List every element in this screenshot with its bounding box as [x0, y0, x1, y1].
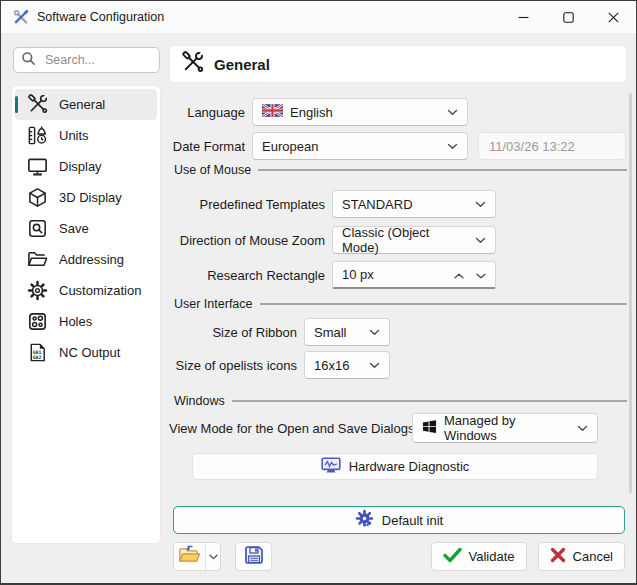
- date-format-value: European: [262, 139, 318, 154]
- spin-up-icon[interactable]: [454, 267, 464, 282]
- research-rectangle-value: 10 px: [342, 267, 374, 282]
- search-box: [13, 47, 160, 73]
- scrollbar[interactable]: [629, 93, 632, 493]
- tools-icon: [24, 93, 51, 116]
- section-title: Windows: [174, 394, 225, 408]
- user-interface-section: User Interface: [174, 297, 627, 311]
- mouse-zoom-direction-label: Direction of Mouse Zoom: [169, 233, 325, 248]
- save-magnifier-icon: [24, 217, 51, 240]
- sidebar-item-save[interactable]: Save: [15, 213, 157, 244]
- section-divider: [258, 169, 627, 171]
- sidebar-item-customization[interactable]: Customization: [15, 275, 157, 306]
- x-icon: [550, 547, 566, 566]
- validate-label: Validate: [469, 549, 515, 564]
- open-folder-icon: [24, 248, 51, 271]
- date-preview-field: 11/03/26 13:22: [478, 132, 626, 160]
- chevron-down-icon: [369, 329, 380, 336]
- software-configuration-window: Software Configuration: [0, 0, 637, 585]
- tools-icon: [180, 50, 205, 79]
- sidebar-item-holes[interactable]: Holes: [15, 306, 157, 337]
- sidebar-item-nc-output[interactable]: G01 G02 NC Output: [15, 337, 157, 368]
- sidebar-item-label: NC Output: [59, 345, 120, 360]
- view-mode-label: View Mode for the Open and Save Dialogs: [169, 421, 405, 436]
- floppy-disk-icon: [243, 544, 265, 570]
- monitor-waveform-icon: [321, 457, 341, 477]
- sidebar-item-label: Save: [59, 221, 89, 236]
- research-rectangle-label: Research Rectangle: [169, 268, 325, 283]
- research-rectangle-stepper[interactable]: 10 px: [332, 261, 496, 289]
- cube-icon: [24, 186, 51, 209]
- open-config-menu-button[interactable]: [205, 543, 220, 570]
- open-folder-color-icon: [178, 545, 201, 568]
- windows-section: Windows: [174, 394, 627, 408]
- opelists-icon-size-select[interactable]: 16x16: [304, 351, 390, 379]
- sidebar-item-units[interactable]: Units: [15, 120, 157, 151]
- sidebar-item-label: 3D Display: [59, 190, 122, 205]
- predefined-templates-value: STANDARD: [342, 197, 413, 212]
- mouse-zoom-direction-select[interactable]: Classic (Object Mode): [332, 226, 496, 254]
- footer-bar: Validate Cancel: [173, 542, 625, 571]
- sidebar-item-addressing[interactable]: Addressing: [15, 244, 157, 275]
- sidebar-item-label: Customization: [59, 283, 141, 298]
- date-preview-value: 11/03/26 13:22: [489, 139, 575, 154]
- gear-icon: [24, 279, 51, 302]
- default-init-label: Default init: [382, 513, 443, 528]
- open-config-split-button: [173, 542, 221, 571]
- search-icon: [21, 51, 36, 70]
- cancel-button[interactable]: Cancel: [538, 542, 625, 571]
- chevron-down-icon: [447, 143, 458, 150]
- opelists-icon-size-value: 16x16: [314, 358, 349, 373]
- view-mode-select[interactable]: Managed by Windows: [412, 413, 598, 443]
- sidebar-item-3d-display[interactable]: 3D Display: [15, 182, 157, 213]
- hardware-diagnostic-button[interactable]: Hardware Diagnostic: [192, 453, 598, 480]
- chevron-down-icon: [577, 425, 588, 432]
- gear-refresh-icon: [355, 509, 374, 531]
- language-value: English: [290, 105, 333, 120]
- save-config-button[interactable]: [235, 542, 272, 571]
- holes-plate-icon: [24, 310, 51, 333]
- main-panel: General Language English: [169, 1, 627, 585]
- predefined-templates-select[interactable]: STANDARD: [332, 190, 496, 218]
- hardware-diagnostic-label: Hardware Diagnostic: [349, 459, 470, 474]
- sidebar-item-label: Addressing: [59, 252, 124, 267]
- sidebar-item-label: General: [59, 97, 105, 112]
- page-title: General: [214, 56, 270, 73]
- date-format-select[interactable]: European: [252, 132, 468, 160]
- ribbon-size-label: Size of Ribbon: [169, 325, 297, 340]
- section-title: User Interface: [174, 297, 253, 311]
- chevron-down-icon: [475, 237, 486, 244]
- spin-down-icon[interactable]: [476, 267, 486, 282]
- language-select[interactable]: English: [252, 98, 468, 126]
- svg-text:G02: G02: [33, 355, 42, 360]
- page-header: General: [169, 45, 627, 83]
- sidebar: General Units: [11, 85, 161, 544]
- sidebar-item-display[interactable]: Display: [15, 151, 157, 182]
- chevron-down-icon: [447, 109, 458, 116]
- search-input[interactable]: [43, 52, 152, 68]
- predefined-templates-label: Predefined Templates: [169, 197, 325, 212]
- opelists-icon-size-label: Size of opelists icons: [169, 358, 297, 373]
- window-title: Software Configuration: [37, 10, 164, 24]
- mouse-zoom-direction-value: Classic (Object Mode): [342, 225, 468, 255]
- language-label: Language: [169, 105, 245, 120]
- chevron-down-icon: [475, 201, 486, 208]
- cancel-label: Cancel: [573, 549, 613, 564]
- section-title: Use of Mouse: [174, 163, 251, 177]
- windows-logo-icon: [422, 419, 437, 437]
- sidebar-item-general[interactable]: General: [15, 89, 157, 120]
- gcode-document-icon: G01 G02: [24, 341, 51, 364]
- date-format-label: Date Format: [169, 139, 245, 154]
- validate-button[interactable]: Validate: [431, 542, 527, 571]
- uk-flag-icon: [262, 104, 283, 120]
- section-divider: [232, 400, 627, 402]
- ribbon-size-value: Small: [314, 325, 347, 340]
- ruler-bell-icon: [24, 124, 51, 147]
- open-config-button[interactable]: [174, 543, 205, 570]
- monitor-icon: [24, 155, 51, 178]
- app-tools-icon: [13, 9, 29, 25]
- sidebar-item-label: Holes: [59, 314, 92, 329]
- default-init-button[interactable]: Default init: [173, 506, 625, 534]
- ribbon-size-select[interactable]: Small: [304, 318, 390, 346]
- section-divider: [260, 303, 627, 305]
- chevron-down-icon: [369, 362, 380, 369]
